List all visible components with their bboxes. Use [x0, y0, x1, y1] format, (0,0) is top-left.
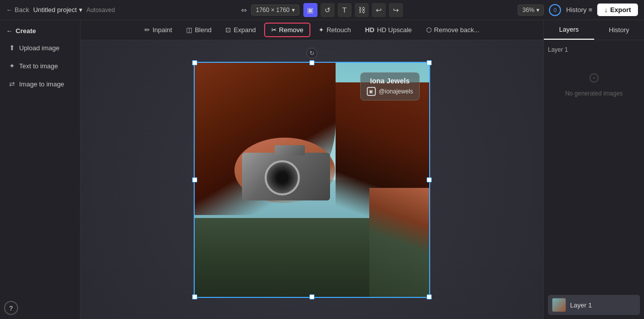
- remove-bg-icon: ⬡: [426, 26, 432, 34]
- undo-button[interactable]: ↩: [372, 3, 386, 17]
- left-sidebar: ← Create ⬆ Upload image ✦ Text to image …: [0, 20, 80, 319]
- inpaint-button[interactable]: ✏ Inpaint: [138, 24, 178, 36]
- instagram-icon: ▣: [367, 87, 376, 96]
- resize-icon: ⇔: [241, 6, 247, 14]
- retouch-icon: ✦: [318, 26, 324, 34]
- right-sidebar-header: Layers History: [544, 20, 644, 40]
- sidebar-item-label: Upload image: [19, 44, 59, 52]
- watermark: Iona Jewels ▣ @ionajewels: [360, 72, 420, 100]
- history-icon: ≡: [589, 6, 593, 14]
- retouch-button[interactable]: ✦ Retouch: [312, 24, 357, 36]
- canvas-viewport[interactable]: Iona Jewels ▣ @ionajewels: [80, 40, 543, 319]
- upscale-label: HD Upscale: [377, 26, 412, 34]
- tool-icons: ▣ ↺ T ⛓ ↩ ↪: [303, 3, 403, 17]
- sidebar-item-text-to-image[interactable]: ✦ Text to image: [4, 58, 76, 74]
- create-label: Create: [16, 27, 36, 35]
- layer-header: Layer 1: [548, 44, 640, 55]
- dimensions-label: 1760 × 1760: [256, 7, 289, 14]
- topbar-right: 36% ▾ 0 History ≡ ↓ Export: [409, 4, 638, 16]
- project-title: Untitled project: [33, 6, 77, 14]
- upscale-button[interactable]: HD HD Upscale: [359, 24, 418, 36]
- retouch-label: Retouch: [327, 26, 351, 34]
- topbar-left: ← Back Untitled project ▾ Autosaved: [6, 6, 235, 14]
- layer-item[interactable]: Layer 1: [548, 295, 640, 315]
- history-tab-label: History: [609, 26, 629, 34]
- remove-bg-button[interactable]: ⬡ Remove back...: [420, 24, 486, 36]
- tab-layers[interactable]: Layers: [544, 20, 594, 40]
- insta-symbol: ▣: [369, 89, 373, 94]
- layer-item-label: Layer 1: [570, 301, 592, 309]
- redo-button[interactable]: ↪: [389, 3, 403, 17]
- image-image-icon: ⇄: [9, 80, 15, 88]
- back-arrow-icon: ←: [6, 27, 13, 35]
- topbar: ← Back Untitled project ▾ Autosaved ⇔ 17…: [0, 0, 644, 20]
- watermark-handle: @ionajewels: [379, 88, 413, 95]
- back-arrow-icon: ←: [6, 6, 13, 14]
- upscale-icon: HD: [365, 26, 374, 34]
- blend-icon: ◫: [186, 26, 192, 34]
- scissors-icon: ✂: [271, 26, 277, 34]
- text-image-icon: ✦: [9, 62, 15, 70]
- help-icon: ?: [9, 304, 13, 312]
- tab-history[interactable]: History: [594, 20, 645, 40]
- notification-count: 0: [553, 7, 556, 13]
- undo-icon-button[interactable]: ↺: [320, 3, 335, 17]
- inpaint-icon: ✏: [144, 26, 150, 34]
- blend-label: Blend: [195, 26, 211, 34]
- chevron-down-icon: ▾: [79, 6, 83, 14]
- layers-content: Layer 1 ⊙ No generated images Layer 1: [544, 40, 644, 319]
- export-button[interactable]: ↓ Export: [597, 4, 638, 16]
- edit-toolbar: ✏ Inpaint ◫ Blend ⊡ Expand ✂ Remove ✦ Re…: [80, 20, 543, 40]
- canvas-area: ✏ Inpaint ◫ Blend ⊡ Expand ✂ Remove ✦ Re…: [80, 20, 543, 319]
- chevron-down-icon: ▾: [536, 7, 539, 14]
- sidebar-item-image-to-image[interactable]: ⇄ Image to image: [4, 76, 76, 92]
- blend-button[interactable]: ◫ Blend: [180, 24, 217, 36]
- right-sidebar: Layers History Layer 1 ⊙ No generated im…: [543, 20, 644, 319]
- photo-background: Iona Jewels ▣ @ionajewels: [194, 62, 430, 297]
- zoom-level: 36%: [522, 7, 534, 14]
- create-header: ← Create: [4, 24, 76, 38]
- no-gen-icon: ⊙: [588, 69, 600, 86]
- export-label: Export: [610, 6, 631, 14]
- layers-tab-label: Layers: [559, 26, 579, 33]
- topbar-center: ⇔ 1760 × 1760 ▾ ▣ ↺ T ⛓ ↩ ↪: [241, 3, 403, 17]
- no-generated-label: No generated images: [565, 90, 623, 97]
- back-label: Back: [15, 6, 29, 14]
- remove-label: Remove: [279, 26, 303, 34]
- chevron-down-icon: ▾: [292, 7, 295, 14]
- project-name[interactable]: Untitled project ▾: [33, 6, 83, 14]
- canvas-image-wrapper: Iona Jewels ▣ @ionajewels: [194, 62, 430, 298]
- autosaved-label: Autosaved: [87, 7, 115, 14]
- no-generated-section: ⊙ No generated images: [548, 59, 640, 107]
- inpaint-label: Inpaint: [152, 26, 172, 34]
- main-layout: ← Create ⬆ Upload image ✦ Text to image …: [0, 20, 644, 319]
- dimension-badge[interactable]: 1760 × 1760 ▾: [251, 5, 299, 16]
- remove-button[interactable]: ✂ Remove: [264, 23, 310, 37]
- sidebar-item-upload-image[interactable]: ⬆ Upload image: [4, 40, 76, 56]
- history-label: History: [566, 6, 586, 14]
- download-icon: ↓: [604, 6, 608, 14]
- watermark-row: ▣ @ionajewels: [367, 87, 413, 96]
- sidebar-item-label: Text to image: [19, 62, 58, 70]
- select-tool-button[interactable]: ▣: [303, 3, 317, 17]
- link-tool-button[interactable]: ⛓: [355, 3, 369, 17]
- layer-thumbnail: [552, 298, 566, 312]
- text-tool-button[interactable]: T: [338, 3, 352, 17]
- upload-icon: ⬆: [9, 44, 15, 52]
- zoom-badge[interactable]: 36% ▾: [518, 5, 544, 16]
- sidebar-item-label: Image to image: [19, 80, 64, 88]
- expand-button[interactable]: ⊡ Expand: [219, 24, 262, 36]
- expand-label: Expand: [233, 26, 256, 34]
- notification-badge: 0: [549, 4, 561, 16]
- refresh-icon[interactable]: ↻: [306, 48, 317, 59]
- back-button[interactable]: ← Back: [6, 6, 29, 14]
- history-button[interactable]: History ≡: [566, 6, 592, 14]
- watermark-title: Iona Jewels: [367, 77, 413, 85]
- remove-bg-label: Remove back...: [434, 26, 479, 34]
- help-button[interactable]: ?: [4, 301, 18, 315]
- expand-icon: ⊡: [225, 26, 231, 34]
- canvas-image: Iona Jewels ▣ @ionajewels: [194, 62, 430, 298]
